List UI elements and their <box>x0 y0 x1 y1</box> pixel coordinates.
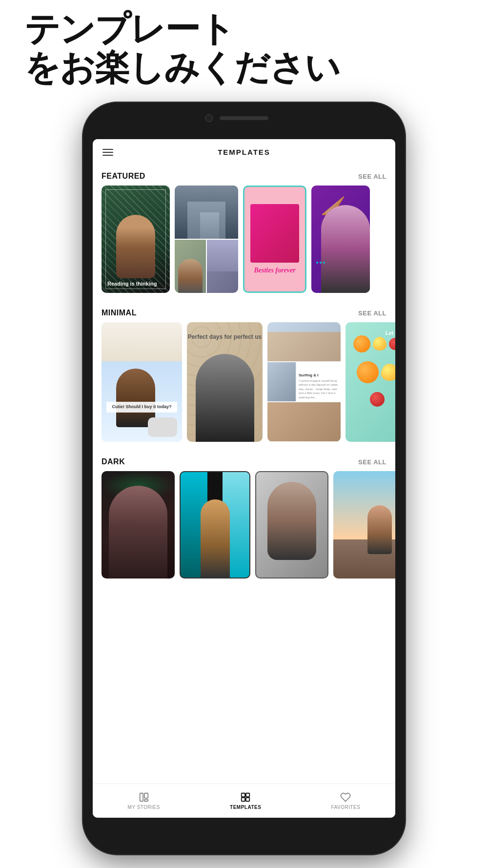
dark-card-3[interactable] <box>255 471 328 579</box>
templates-label: TEMPLATES <box>230 805 261 810</box>
featured-card-3-text: Besties forever <box>254 267 295 274</box>
featured-card-1-text: Reading is thinking <box>107 280 157 287</box>
svg-rect-6 <box>246 798 249 801</box>
nav-my-stories[interactable]: MY STORIES <box>128 792 160 810</box>
dark-title: DARK <box>102 457 125 466</box>
fruit-red2-icon <box>370 392 385 407</box>
templates-icon <box>239 792 252 803</box>
minimal-card-2-text: Perfect days for perfect us <box>187 333 263 341</box>
mc3-bottom-photo <box>267 402 341 441</box>
fc2-mid-left-photo <box>175 240 206 293</box>
svg-rect-0 <box>140 793 142 802</box>
mc2-persons <box>196 354 254 442</box>
svg-rect-3 <box>242 793 245 797</box>
fc2-mid-right-photo <box>207 240 238 293</box>
nav-favorites[interactable]: FAVORITES <box>331 792 361 810</box>
dark-row <box>93 471 395 587</box>
mc1-building <box>102 322 182 361</box>
mc3-top-inner <box>267 332 341 361</box>
mc3-top-photo <box>267 322 341 361</box>
header-title: TEMPLATES <box>218 148 270 156</box>
phone-frame: TEMPLATES FEATURED SEE ALL Reading is th… <box>83 103 405 854</box>
minimal-title: MINIMAL <box>102 309 137 317</box>
featured-see-all[interactable]: SEE ALL <box>358 173 386 180</box>
phone-camera <box>205 114 213 122</box>
favorites-icon <box>339 792 352 803</box>
minimal-see-all[interactable]: SEE ALL <box>358 310 386 317</box>
fruit-large-orange-icon <box>357 361 379 383</box>
fc4-dots <box>316 262 325 264</box>
featured-row: Reading is thinking <box>93 186 395 302</box>
dark-card-1[interactable] <box>102 471 175 579</box>
minimal-card-1[interactable]: Cutie! Should I buy it today? <box>102 322 182 442</box>
mc4-fruits <box>350 332 395 410</box>
dc2-person <box>201 499 230 578</box>
dark-see-all[interactable]: SEE ALL <box>358 458 386 466</box>
dark-card-2[interactable] <box>180 471 250 579</box>
minimal-card-2[interactable]: Perfect days for perfect us <box>187 322 263 442</box>
fruit-red-icon <box>389 338 395 350</box>
dc1-person <box>109 486 167 579</box>
minimal-card-1-text: Cutie! Should I buy it today? <box>106 402 177 413</box>
svg-rect-1 <box>144 793 148 798</box>
nav-templates[interactable]: TEMPLATES <box>230 792 261 810</box>
dark-section-header: DARK SEE ALL <box>93 451 395 471</box>
favorites-label: FAVORITES <box>331 805 361 810</box>
minimal-card-4[interactable]: Let wi... <box>346 322 395 442</box>
featured-card-3[interactable]: Besties forever <box>243 186 306 293</box>
mc3-mid-right-text: Surfing & I I cannot imagine myself livi… <box>297 362 341 401</box>
app-header: TEMPLATES <box>93 139 395 165</box>
mc1-scooter <box>148 417 177 437</box>
svg-rect-5 <box>242 798 245 801</box>
featured-card-2[interactable] <box>175 186 238 293</box>
my-stories-icon <box>138 792 150 803</box>
fruit-lemon-icon <box>373 337 386 351</box>
minimal-row: Cutie! Should I buy it today? Perfect da… <box>93 322 395 451</box>
fruit-orange-icon <box>353 335 370 352</box>
featured-title: FEATURED <box>102 172 145 181</box>
fc3-photo <box>250 204 299 263</box>
svg-rect-2 <box>144 800 148 802</box>
page-heading: テンプレート をお楽しみください <box>24 10 340 87</box>
phone-screen: TEMPLATES FEATURED SEE ALL Reading is th… <box>93 139 395 818</box>
person-figure <box>116 215 155 278</box>
mc3-mid-left-photo <box>267 362 296 401</box>
heading-line2: をお楽しみください <box>24 48 340 87</box>
bottom-nav: MY STORIES TEMPLATES <box>93 784 395 818</box>
my-stories-label: MY STORIES <box>128 805 160 810</box>
dc4-person <box>367 505 392 554</box>
minimal-card-3[interactable]: Surfing & I I cannot imagine myself livi… <box>267 322 341 442</box>
featured-card-4[interactable]: ⚡ <box>311 186 370 293</box>
featured-section-header: FEATURED SEE ALL <box>93 165 395 186</box>
mc3-middle: Surfing & I I cannot imagine myself livi… <box>267 362 341 401</box>
hamburger-menu[interactable] <box>102 149 113 156</box>
featured-card-1[interactable]: Reading is thinking <box>102 186 170 293</box>
fc4-person-figure <box>321 205 370 293</box>
phone-speaker <box>220 116 268 120</box>
fruit-lemon2-icon <box>381 364 396 381</box>
fc2-top-photo <box>175 186 238 239</box>
heading-line1: テンプレート <box>24 10 340 48</box>
app-content[interactable]: FEATURED SEE ALL Reading is thinking <box>93 165 395 790</box>
svg-rect-4 <box>246 793 249 797</box>
surfing-body: I cannot imagine myself living without a… <box>299 379 339 399</box>
dc3-face <box>267 482 316 560</box>
surfing-title: Surfing & I <box>299 372 339 378</box>
minimal-section-header: MINIMAL SEE ALL <box>93 302 395 322</box>
dark-card-4[interactable] <box>333 471 395 579</box>
